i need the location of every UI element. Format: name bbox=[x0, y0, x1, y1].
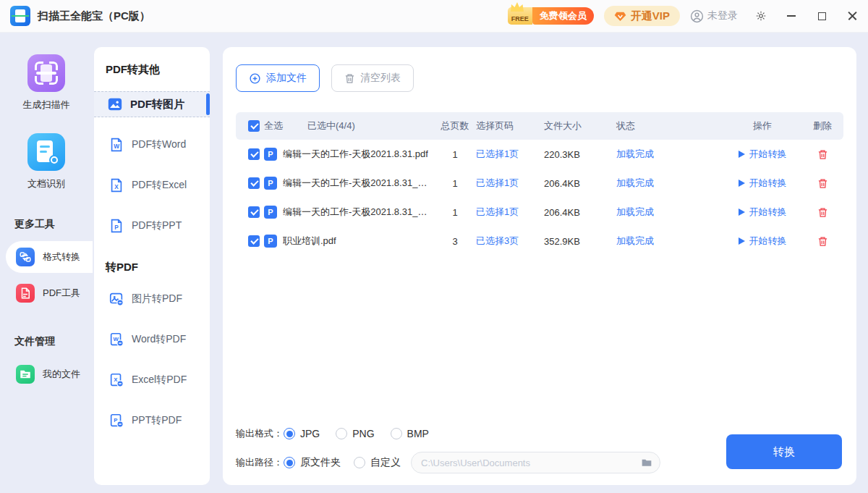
pdf-file-icon: P bbox=[264, 177, 277, 190]
vip-diamond-icon bbox=[614, 10, 626, 22]
delete-row-button[interactable] bbox=[817, 178, 828, 189]
minimize-button[interactable] bbox=[786, 10, 797, 22]
plus-circle-icon bbox=[249, 72, 261, 85]
trash-icon bbox=[817, 178, 828, 189]
header-delete: 删除 bbox=[801, 119, 843, 132]
path-option-original[interactable]: 原文件夹 bbox=[284, 456, 341, 469]
table-row: P 编辑一天的工作-天极2021.8.31_赤兔... 1 已选择1页 206.… bbox=[236, 169, 843, 198]
file-size-value: 206.4KB bbox=[544, 178, 616, 189]
total-pages-value: 3 bbox=[434, 236, 476, 247]
trash-icon bbox=[817, 207, 828, 218]
page-select-link[interactable]: 已选择1页 bbox=[476, 177, 544, 190]
svg-text:X: X bbox=[114, 184, 119, 190]
file-size-value: 206.4KB bbox=[544, 207, 616, 218]
row-checkbox[interactable] bbox=[248, 235, 260, 247]
start-convert-link[interactable]: 开始转换 bbox=[723, 177, 801, 190]
table-row: P 职业培训.pdf 3 已选择3页 352.9KB 加载完成 开始转换 bbox=[236, 227, 843, 256]
output-format-label: 输出格式： bbox=[236, 427, 284, 440]
folder-browse-icon[interactable] bbox=[641, 457, 652, 468]
delete-row-button[interactable] bbox=[817, 236, 828, 247]
play-icon bbox=[739, 237, 745, 245]
file-management-header: 文件管理 bbox=[14, 335, 93, 348]
pdf-file-icon: P bbox=[264, 148, 277, 161]
output-path-input[interactable] bbox=[411, 452, 660, 473]
radio-icon bbox=[354, 457, 365, 468]
menu-item-pdf-to-image[interactable]: PDF转图片 bbox=[94, 91, 210, 117]
ppt-to-pdf-icon: P bbox=[109, 413, 124, 429]
my-files-icon bbox=[16, 365, 35, 384]
svg-text:P: P bbox=[114, 417, 117, 424]
select-all-checkbox[interactable] bbox=[248, 120, 260, 132]
sidebar-item-format-convert[interactable]: 格式转换 bbox=[6, 241, 93, 273]
menu-item-ppt-to-pdf[interactable]: P PPT转PDF bbox=[94, 410, 210, 431]
menu-item-excel-to-pdf[interactable]: X Excel转PDF bbox=[94, 370, 210, 390]
pdf-to-excel-icon: X bbox=[109, 177, 124, 193]
header-file-size: 文件大小 bbox=[544, 119, 616, 132]
pdf-to-image-icon bbox=[107, 96, 123, 112]
start-convert-link[interactable]: 开始转换 bbox=[723, 235, 801, 248]
table-row: P 编辑一天的工作-天极2021.8.31.pdf 1 已选择1页 220.3K… bbox=[236, 140, 843, 169]
row-checkbox[interactable] bbox=[248, 148, 260, 160]
header-page-select: 选择页码 bbox=[476, 119, 544, 132]
titlebar: 扫描王全能宝（PC版） FREE 免费领会员 开通VIP 未登录 bbox=[0, 0, 868, 33]
file-name: 编辑一天的工作-天极2021.8.31_赤兔... bbox=[283, 206, 434, 219]
menu-item-word-to-pdf[interactable]: W Word转PDF bbox=[94, 329, 210, 350]
user-icon bbox=[690, 9, 704, 23]
path-option-custom[interactable]: 自定义 bbox=[354, 456, 401, 469]
total-pages-value: 1 bbox=[434, 178, 476, 189]
sidebar-item-my-files[interactable]: 我的文件 bbox=[0, 358, 93, 390]
pdf-to-other-header: PDF转其他 bbox=[94, 63, 210, 77]
clear-list-button[interactable]: 清空列表 bbox=[331, 64, 414, 92]
convert-button[interactable]: 转换 bbox=[726, 434, 842, 469]
add-files-button[interactable]: 添加文件 bbox=[236, 64, 320, 92]
menu-item-pdf-to-word[interactable]: W PDF转Word bbox=[94, 135, 210, 155]
selected-count: 已选中(4/4) bbox=[307, 119, 355, 132]
sidebar-item-ocr[interactable]: 文档识别 bbox=[0, 133, 93, 190]
start-convert-link[interactable]: 开始转换 bbox=[723, 148, 801, 161]
toolbar: 添加文件 清空列表 bbox=[236, 64, 843, 92]
login-status[interactable]: 未登录 bbox=[690, 9, 738, 23]
row-checkbox[interactable] bbox=[248, 177, 260, 189]
page-select-link[interactable]: 已选择1页 bbox=[476, 148, 544, 161]
settings-gear-icon[interactable] bbox=[755, 10, 767, 22]
free-member-label: 免费领会员 bbox=[532, 7, 594, 25]
header-action: 操作 bbox=[723, 119, 801, 132]
play-icon bbox=[739, 151, 745, 158]
file-table: 全选 已选中(4/4) 总页数 选择页码 文件大小 状态 操作 删除 P 编辑一… bbox=[236, 112, 843, 256]
file-name: 编辑一天的工作-天极2021.8.31_赤兔... bbox=[283, 177, 434, 190]
open-vip-button[interactable]: 开通VIP bbox=[604, 6, 680, 26]
sidebar-item-scan[interactable]: 生成扫描件 bbox=[0, 54, 93, 111]
excel-to-pdf-icon: X bbox=[109, 372, 124, 388]
file-name: 职业培训.pdf bbox=[283, 235, 336, 248]
image-to-pdf-icon bbox=[109, 291, 124, 307]
delete-row-button[interactable] bbox=[817, 207, 828, 218]
sidebar-item-pdf-tools[interactable]: PDF工具 bbox=[0, 277, 93, 309]
close-button[interactable] bbox=[846, 10, 858, 22]
format-option-bmp[interactable]: BMP bbox=[391, 428, 429, 439]
page-select-link[interactable]: 已选择1页 bbox=[476, 206, 544, 219]
file-rows: P 编辑一天的工作-天极2021.8.31.pdf 1 已选择1页 220.3K… bbox=[236, 140, 843, 256]
total-pages-value: 1 bbox=[434, 149, 476, 160]
maximize-button[interactable] bbox=[816, 10, 827, 22]
main-panel: 添加文件 清空列表 全选 已选中(4/4) 总页数 选择页码 文件大小 bbox=[223, 47, 856, 485]
delete-row-button[interactable] bbox=[817, 149, 828, 160]
menu-item-image-to-pdf[interactable]: 图片转PDF bbox=[94, 289, 210, 309]
menu-item-pdf-to-ppt[interactable]: P PDF转PPT bbox=[94, 216, 210, 236]
pdf-tools-icon bbox=[16, 284, 35, 303]
pdf-to-word-icon: W bbox=[109, 137, 124, 153]
status-value: 加载完成 bbox=[616, 206, 723, 219]
file-name: 编辑一天的工作-天极2021.8.31.pdf bbox=[283, 148, 428, 161]
select-all-label: 全选 bbox=[264, 119, 283, 132]
free-member-badge[interactable]: FREE 免费领会员 bbox=[508, 7, 594, 25]
pdf-file-icon: P bbox=[264, 235, 277, 248]
more-tools-header: 更多工具 bbox=[14, 218, 93, 231]
output-path-label: 输出路径： bbox=[236, 456, 284, 469]
play-icon bbox=[739, 208, 745, 216]
page-select-link[interactable]: 已选择3页 bbox=[476, 235, 544, 248]
menu-item-pdf-to-excel[interactable]: X PDF转Excel bbox=[94, 175, 210, 195]
start-convert-link[interactable]: 开始转换 bbox=[723, 206, 801, 219]
format-option-png[interactable]: PNG bbox=[336, 428, 374, 439]
radio-icon bbox=[336, 428, 347, 439]
format-option-jpg[interactable]: JPG bbox=[284, 428, 320, 439]
row-checkbox[interactable] bbox=[248, 206, 260, 218]
